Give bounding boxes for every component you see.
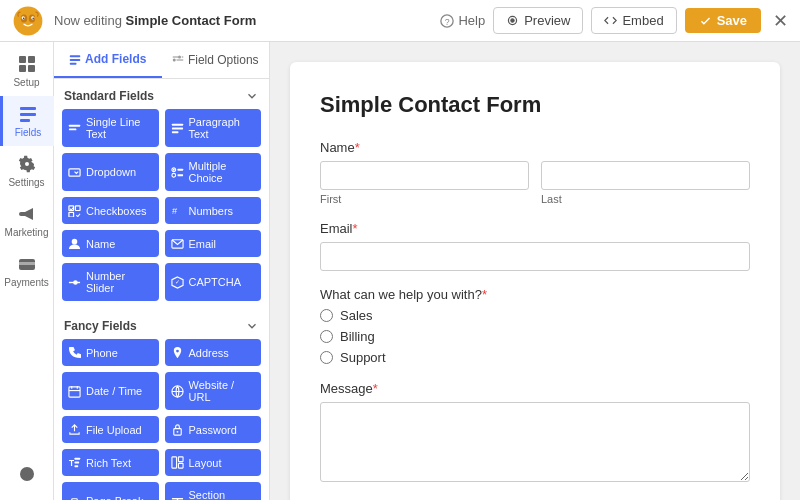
field-layout[interactable]: Layout (165, 449, 262, 476)
radio-sales[interactable]: Sales (320, 308, 750, 323)
svg-rect-13 (19, 65, 26, 72)
svg-rect-62 (178, 463, 183, 468)
collapse-fancy-icon[interactable] (245, 319, 259, 333)
name-row: First Last (320, 161, 750, 205)
name-first-col: First (320, 161, 529, 205)
field-password[interactable]: Password (165, 416, 262, 443)
form-title: Simple Contact Form (320, 92, 750, 118)
name-label: Name* (320, 140, 750, 155)
svg-point-26 (178, 56, 181, 59)
email-input[interactable] (320, 242, 750, 271)
name-last-sublabel: Last (541, 193, 750, 205)
tab-add-fields[interactable]: Add Fields (54, 42, 162, 78)
name-first-sublabel: First (320, 193, 529, 205)
radio-sales-input[interactable] (320, 309, 333, 322)
radio-billing[interactable]: Billing (320, 329, 750, 344)
radio-billing-input[interactable] (320, 330, 333, 343)
field-page-break[interactable]: Page Break (62, 482, 159, 500)
svg-rect-14 (28, 65, 35, 72)
message-input[interactable] (320, 402, 750, 482)
svg-rect-19 (19, 262, 35, 265)
svg-point-24 (173, 59, 176, 62)
field-name[interactable]: Name (62, 230, 159, 257)
sidebar-item-fields[interactable]: Fields (0, 96, 54, 146)
svg-rect-39 (177, 174, 183, 176)
svg-rect-61 (178, 457, 183, 462)
field-address[interactable]: Address (165, 339, 262, 366)
topbar-actions: ? Help Preview Embed Save ✕ (440, 7, 788, 34)
field-checkboxes[interactable]: Checkboxes (62, 197, 159, 224)
field-captcha[interactable]: ✓ CAPTCHA (165, 263, 262, 301)
svg-rect-49 (69, 386, 80, 396)
form-preview-area: Simple Contact Form Name* First Last (270, 42, 800, 500)
field-numbers[interactable]: # Numbers (165, 197, 262, 224)
svg-rect-57 (75, 458, 81, 460)
radio-group: Sales Billing Support (320, 308, 750, 365)
field-multiple-choice[interactable]: Multiple Choice (165, 153, 262, 191)
svg-rect-17 (20, 119, 30, 122)
svg-point-10 (511, 19, 514, 22)
sidebar-item-marketing[interactable]: Marketing (0, 196, 54, 246)
name-first-input[interactable] (320, 161, 529, 190)
field-rich-text[interactable]: T Rich Text (62, 449, 159, 476)
name-last-input[interactable] (541, 161, 750, 190)
svg-rect-11 (19, 56, 26, 63)
close-button[interactable]: ✕ (773, 10, 788, 32)
help-label: What can we help you with?* (320, 287, 750, 302)
svg-rect-33 (171, 131, 178, 133)
radio-support[interactable]: Support (320, 350, 750, 365)
svg-rect-30 (69, 128, 76, 130)
standard-fields-header: Standard Fields (54, 79, 269, 109)
tab-field-options[interactable]: Field Options (162, 42, 270, 78)
field-number-slider[interactable]: Number Slider (62, 263, 159, 301)
field-dropdown[interactable]: Dropdown (62, 153, 159, 191)
form-group-help: What can we help you with?* Sales Billin… (320, 287, 750, 365)
field-email[interactable]: Email (165, 230, 262, 257)
field-single-line-text[interactable]: Single Line Text (62, 109, 159, 147)
form-group-message: Message* (320, 381, 750, 485)
field-section-divider[interactable]: Section Divider (165, 482, 262, 500)
svg-text:#: # (171, 206, 177, 216)
radio-support-input[interactable] (320, 351, 333, 364)
field-paragraph-text[interactable]: Paragraph Text (165, 109, 262, 147)
svg-text:?: ? (445, 16, 450, 26)
svg-rect-60 (171, 457, 176, 468)
svg-point-0 (14, 6, 43, 35)
name-last-col: Last (541, 161, 750, 205)
panel-tabs: Add Fields Field Options (54, 42, 269, 79)
field-website-url[interactable]: Website / URL (165, 372, 262, 410)
sidebar-item-history[interactable] (0, 456, 54, 492)
svg-rect-32 (171, 127, 182, 129)
form-group-email: Email* (320, 221, 750, 271)
help-button[interactable]: ? Help (440, 13, 485, 28)
collapse-standard-icon[interactable] (245, 89, 259, 103)
svg-rect-12 (28, 56, 35, 63)
main-layout: Setup Fields Settings Marketing Payments… (0, 42, 800, 500)
field-datetime[interactable]: Date / Time (62, 372, 159, 410)
sidebar-item-setup[interactable]: Setup (0, 46, 54, 96)
svg-point-6 (32, 17, 34, 19)
sidebar-item-settings[interactable]: Settings (0, 146, 54, 196)
sidebar-item-payments[interactable]: Payments (0, 246, 54, 296)
form-card: Simple Contact Form Name* First Last (290, 62, 780, 500)
svg-rect-31 (171, 123, 182, 125)
sidebar: Setup Fields Settings Marketing Payments (0, 42, 54, 500)
form-group-name: Name* First Last (320, 140, 750, 205)
svg-point-38 (171, 173, 175, 177)
svg-rect-16 (20, 113, 36, 116)
fields-panel: Add Fields Field Options Standard Fields… (54, 42, 270, 500)
save-button[interactable]: Save (685, 8, 761, 33)
standard-fields-grid: Single Line Text Paragraph Text Dropdown… (54, 109, 269, 309)
field-phone[interactable]: Phone (62, 339, 159, 366)
svg-rect-41 (75, 206, 80, 211)
svg-point-55 (176, 431, 178, 433)
preview-button[interactable]: Preview (493, 7, 583, 34)
svg-point-44 (72, 239, 78, 245)
svg-point-5 (23, 17, 25, 19)
app-logo (12, 5, 44, 37)
topbar: Now editing Simple Contact Form ? Help P… (0, 0, 800, 42)
embed-button[interactable]: Embed (591, 7, 676, 34)
field-file-upload[interactable]: File Upload (62, 416, 159, 443)
editing-label: Now editing Simple Contact Form (54, 13, 256, 28)
message-label: Message* (320, 381, 750, 396)
